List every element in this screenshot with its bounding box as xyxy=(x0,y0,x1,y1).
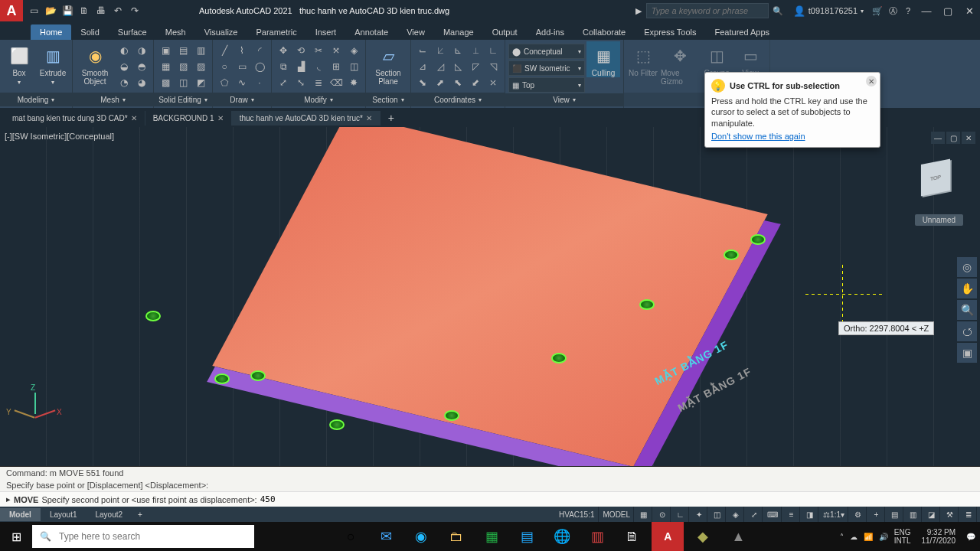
ucs-6[interactable]: ⊿ xyxy=(414,59,431,74)
view-top-dropdown[interactable]: ▦ Top▾ xyxy=(508,77,585,93)
mesh-btn-1[interactable]: ◐ xyxy=(116,43,132,58)
status-grid-icon[interactable]: ▦ xyxy=(635,507,652,522)
status-3dosnap-icon[interactable]: ◈ xyxy=(727,507,744,522)
model-viewport[interactable]: [-][SW Isometric][Conceptual] — ▢ ✕ MẶT … xyxy=(0,127,980,466)
undo-icon[interactable]: ↶ xyxy=(110,3,126,18)
taskbar-clock[interactable]: 9:32 PM 11/7/2020 xyxy=(922,528,956,545)
panel-draw[interactable]: Draw▾ xyxy=(213,93,271,106)
mod-trim[interactable]: ✂ xyxy=(310,43,327,58)
notepad-icon[interactable]: 🗎 xyxy=(616,522,648,551)
column-marker[interactable] xyxy=(250,370,266,381)
se-btn-1[interactable]: ▣ xyxy=(157,43,174,58)
new-icon[interactable]: ▭ xyxy=(26,3,41,18)
visual-style-dropdown[interactable]: ⬤ Conceptual▾ xyxy=(508,44,585,59)
column-marker[interactable] xyxy=(639,299,655,310)
ucs-icon[interactable]: Z Y X xyxy=(14,393,57,435)
no-filter-button[interactable]: ⬚No Filter xyxy=(627,41,659,77)
status-model[interactable]: MODEL xyxy=(600,507,635,522)
minimize-button[interactable]: — xyxy=(916,2,937,19)
app-icon-2[interactable]: ▲ xyxy=(722,522,754,551)
se-btn-8[interactable]: ◫ xyxy=(175,75,191,90)
draw-line[interactable]: ╱ xyxy=(216,43,233,58)
nav-zoom-icon[interactable]: 🔍 xyxy=(957,300,977,320)
layout-model[interactable]: Model xyxy=(0,508,41,521)
doc-tab-2[interactable]: thuc hanh ve AutoCAD 3D kien truc*✕ xyxy=(232,111,381,126)
mod-scale[interactable]: ⤡ xyxy=(292,75,309,90)
draw-arc[interactable]: ◜ xyxy=(251,43,268,58)
mesh-btn-3[interactable]: ◒ xyxy=(116,59,132,74)
status-gear-icon[interactable]: ⚙ xyxy=(850,507,867,522)
column-marker[interactable] xyxy=(145,311,161,321)
tab-annotate[interactable]: Annotate xyxy=(345,24,397,40)
mesh-btn-5[interactable]: ◔ xyxy=(116,75,132,90)
draw-rect[interactable]: ▭ xyxy=(234,59,250,74)
help-search-input[interactable] xyxy=(646,3,769,18)
tray-volume-icon[interactable]: 🔊 xyxy=(879,533,888,541)
chrome-icon[interactable]: 🌐 xyxy=(546,522,578,551)
start-button[interactable]: ⊞ xyxy=(0,522,32,551)
notifications-icon[interactable]: 💬 xyxy=(966,533,975,541)
box-button[interactable]: ⬜Box▾ xyxy=(3,41,35,86)
nav-showmotion-icon[interactable]: ▣ xyxy=(957,343,977,363)
tray-chevron-up-icon[interactable]: ˄ xyxy=(840,533,844,541)
tab-express[interactable]: Express Tools xyxy=(635,24,705,40)
taskbar-search-input[interactable]: 🔍 Type here to search xyxy=(32,525,254,548)
status-annoset[interactable]: HVAC15:1 xyxy=(556,507,599,522)
saveas-icon[interactable]: 🗎 xyxy=(77,3,92,18)
nav-orbit-icon[interactable]: ⭯ xyxy=(957,321,977,341)
tab-featured[interactable]: Featured Apps xyxy=(706,24,779,40)
mod-offset[interactable]: ≣ xyxy=(310,75,327,90)
ucs-4[interactable]: ⟂ xyxy=(467,43,484,58)
vp-close-icon[interactable]: ✕ xyxy=(962,132,975,144)
restore-button[interactable]: ▢ xyxy=(937,2,959,19)
column-marker[interactable] xyxy=(551,353,567,364)
command-window[interactable]: Command: m MOVE 551 found Specify base p… xyxy=(0,466,980,507)
ucs-15[interactable]: ⤫ xyxy=(485,75,501,90)
redo-icon[interactable]: ↷ xyxy=(127,3,142,18)
plot-icon[interactable]: 🖶 xyxy=(93,3,109,18)
taskview-icon[interactable]: ○ xyxy=(335,522,367,551)
kbd-indicator[interactable]: INTL xyxy=(894,536,911,545)
se-btn-6[interactable]: ▨ xyxy=(192,59,209,74)
panel-section[interactable]: Section▾ xyxy=(366,93,410,106)
a360-icon[interactable]: Ⓐ xyxy=(885,5,900,17)
tab-collaborate[interactable]: Collaborate xyxy=(573,24,635,40)
tab-mesh[interactable]: Mesh xyxy=(156,24,195,40)
view-direction-dropdown[interactable]: ⬛ SW Isometric▾ xyxy=(508,60,585,76)
ucs-5[interactable]: ∟ xyxy=(485,43,501,58)
status-scale[interactable]: ⚖ 1:1 ▾ xyxy=(820,507,848,522)
edge-icon[interactable]: ◉ xyxy=(405,522,437,551)
column-marker[interactable] xyxy=(329,419,345,430)
vp-minimize-icon[interactable]: — xyxy=(931,132,945,144)
section-plane-button[interactable]: ▱Section Plane xyxy=(369,41,407,86)
new-doc-tab[interactable]: + xyxy=(381,112,402,124)
close-button[interactable]: ✕ xyxy=(959,2,980,19)
ucs-3[interactable]: ⊾ xyxy=(449,43,466,58)
panel-modify[interactable]: Modify▾ xyxy=(272,93,365,106)
doc-tab-1[interactable]: BACKGROUND 1✕ xyxy=(145,111,232,126)
column-marker[interactable] xyxy=(214,373,230,384)
tab-view[interactable]: View xyxy=(397,24,434,40)
open-icon[interactable]: 📂 xyxy=(43,3,58,18)
command-input[interactable] xyxy=(260,494,974,504)
tab-parametric[interactable]: Parametric xyxy=(247,24,305,40)
mesh-btn-4[interactable]: ◓ xyxy=(133,59,150,74)
mod-array[interactable]: ⊞ xyxy=(328,59,345,74)
tab-addins[interactable]: Add-ins xyxy=(527,24,573,40)
layout-1[interactable]: Layout1 xyxy=(41,508,87,521)
mod-erase[interactable]: ⌫ xyxy=(328,75,345,90)
share-icon[interactable]: ▶ xyxy=(635,6,642,16)
help-icon[interactable]: ? xyxy=(900,6,916,15)
mod-3dalign[interactable]: ◈ xyxy=(345,43,362,58)
tab-solid[interactable]: Solid xyxy=(71,24,108,40)
mod-3dmirror[interactable]: ◫ xyxy=(345,59,362,74)
cart-icon[interactable]: 🛒 xyxy=(870,6,885,16)
status-tpy-icon[interactable]: ◨ xyxy=(802,507,818,522)
tooltip-close-icon[interactable]: ✕ xyxy=(866,76,877,86)
tray-network-icon[interactable]: 📶 xyxy=(864,533,873,541)
tab-surface[interactable]: Surface xyxy=(109,24,156,40)
excel-icon[interactable]: ▦ xyxy=(475,522,508,551)
status-iso-icon[interactable]: ▤ xyxy=(887,507,903,522)
mod-gizmo[interactable]: ⤧ xyxy=(328,43,345,58)
ucs-10[interactable]: ◹ xyxy=(485,59,501,74)
